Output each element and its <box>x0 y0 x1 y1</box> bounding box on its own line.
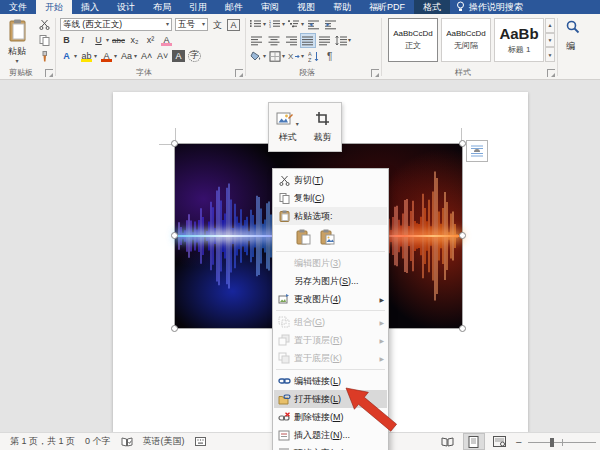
bold-icon[interactable]: B <box>60 34 73 46</box>
zoom-out-button[interactable]: − <box>516 438 522 446</box>
italic-icon[interactable]: I <box>76 34 89 46</box>
resize-handle-bottom-left[interactable] <box>171 325 178 332</box>
subscript-icon[interactable]: x₂ <box>128 34 141 46</box>
layout-options-button[interactable] <box>466 140 488 162</box>
style-card-无间隔[interactable]: AaBbCcDd无间隔 <box>441 18 491 62</box>
font-color-icon[interactable]: A <box>100 50 113 62</box>
highlight-icon[interactable]: ab <box>80 50 93 62</box>
text-effects-icon-caret[interactable]: ▾ <box>74 54 77 59</box>
paste-button[interactable]: 粘贴 ▾ <box>3 17 31 63</box>
proofing-icon[interactable] <box>121 437 133 447</box>
menu-item-copy[interactable]: 复制(C) <box>274 189 387 207</box>
resize-handle-top-left[interactable] <box>171 140 178 147</box>
clear-formatting-icon[interactable]: A <box>160 34 173 46</box>
paste-keep-formatting-button[interactable] <box>294 228 313 247</box>
menu-item-paste-options[interactable]: 粘贴选项: <box>274 207 387 225</box>
format-painter-button[interactable] <box>36 50 52 63</box>
change-case-icon[interactable]: Aa <box>120 50 133 62</box>
find-icon[interactable] <box>566 20 580 36</box>
enclose-char-icon[interactable]: 字 <box>188 50 201 62</box>
menu-item-save-as-picture[interactable]: 另存为图片(S)... <box>274 272 387 290</box>
print-layout-button[interactable] <box>464 434 484 449</box>
change-case-icon-caret[interactable]: ▾ <box>134 54 137 59</box>
tab-file[interactable]: 文件 <box>0 0 36 14</box>
tab-home[interactable]: 开始 <box>36 0 72 14</box>
style-card-正文[interactable]: AaBbCcDd正文 <box>388 18 438 62</box>
distribute-button[interactable] <box>318 34 332 47</box>
resize-handle-top-right[interactable] <box>459 140 466 147</box>
language-indicator[interactable]: 英语(美国) <box>143 435 185 448</box>
zoom-slider[interactable] <box>528 436 596 448</box>
justify-button[interactable] <box>301 34 315 47</box>
mini-toolbar-crop-button[interactable]: 裁剪 <box>307 106 338 148</box>
style-card-标题 1[interactable]: AaBb标题 1 <box>494 18 544 62</box>
align-left-button[interactable] <box>250 34 264 47</box>
zoom-slider-thumb[interactable] <box>550 438 554 447</box>
tell-me-search[interactable]: 操作说明搜索 <box>450 0 529 14</box>
highlight-icon-caret[interactable]: ▾ <box>94 54 97 59</box>
sort-button[interactable]: AZ <box>307 50 321 63</box>
tab-review[interactable]: 审阅 <box>252 0 288 14</box>
multilevel-list-button[interactable]: ▾ <box>288 18 304 31</box>
input-mode-icon[interactable] <box>195 437 206 446</box>
number-list-button[interactable]: 123▾ <box>269 18 285 31</box>
align-right-button[interactable] <box>284 34 298 47</box>
tab-help[interactable]: 帮助 <box>324 0 360 14</box>
font-group-label: 字体 <box>56 67 232 78</box>
menu-item-change-picture[interactable]: 更改图片(4)▶ <box>274 290 387 308</box>
underline-icon[interactable]: U <box>92 34 105 46</box>
mini-toolbar-picture-styles-button[interactable]: ▾样式 <box>272 106 303 148</box>
font-size-value: 五号 <box>178 19 195 31</box>
resize-handle-mid-left[interactable] <box>171 232 178 239</box>
show-marks-button[interactable]: ¶ <box>324 50 338 63</box>
resize-handle-mid-right[interactable] <box>459 232 466 239</box>
page-indicator[interactable]: 第 1 页，共 1 页 <box>10 435 75 448</box>
tab-foxit-pdf[interactable]: 福昕PDF <box>360 0 414 14</box>
paste-dropdown-caret[interactable]: ▾ <box>15 59 18 64</box>
word-count[interactable]: 0 个字 <box>85 435 111 448</box>
borders-button[interactable]: ▾ <box>269 50 285 63</box>
tab-insert[interactable]: 插入 <box>72 0 108 14</box>
increase-indent-button[interactable] <box>324 18 338 31</box>
resize-handle-bottom-right[interactable] <box>459 325 466 332</box>
tab-references[interactable]: 引用 <box>180 0 216 14</box>
menu-item-cut[interactable]: 剪切(T) <box>274 171 387 189</box>
styles-dialog-launcher[interactable] <box>547 69 555 77</box>
asian-layout-button[interactable]: X▾ <box>288 50 304 63</box>
paste-as-picture-button[interactable] <box>318 228 337 247</box>
decrease-indent-button[interactable] <box>307 18 321 31</box>
align-center-button[interactable] <box>267 34 281 47</box>
read-mode-button[interactable] <box>438 434 458 449</box>
styles-gallery-scroll[interactable]: ▲ ▼ ▼ <box>545 18 555 62</box>
shading-button[interactable]: ▾ <box>250 50 266 63</box>
remove-link-icon <box>274 412 294 423</box>
web-layout-button[interactable] <box>490 434 510 449</box>
tab-mailings[interactable]: 邮件 <box>216 0 252 14</box>
strikethrough-icon[interactable]: abc <box>112 34 125 46</box>
styles-gallery-more-icon[interactable]: ▼ <box>545 47 555 62</box>
text-effects-icon[interactable]: A <box>60 50 73 62</box>
tab-format[interactable]: 格式 <box>414 0 450 14</box>
copy-button[interactable] <box>36 34 52 47</box>
bullet-list-button[interactable]: ▾ <box>250 18 266 31</box>
shrink-font-icon[interactable]: A˅ <box>156 50 169 62</box>
styles-scroll-down-icon[interactable]: ▼ <box>545 33 555 48</box>
paragraph-dialog-launcher[interactable] <box>371 69 379 77</box>
superscript-icon[interactable]: x² <box>144 34 157 46</box>
font-dialog-launcher[interactable] <box>235 69 243 77</box>
cut-button[interactable] <box>36 18 52 31</box>
tab-design[interactable]: 设计 <box>108 0 144 14</box>
phonetic-guide-icon[interactable]: 文 <box>211 19 224 31</box>
line-spacing-button[interactable]: ▾ <box>335 34 351 47</box>
char-border-icon[interactable]: A <box>227 19 240 31</box>
tab-layout[interactable]: 布局 <box>144 0 180 14</box>
char-shading-icon[interactable]: A <box>172 50 185 62</box>
clipboard-dialog-launcher[interactable] <box>45 69 53 77</box>
tab-view[interactable]: 视图 <box>288 0 324 14</box>
font-size-combo[interactable]: 五号▾ <box>175 18 208 31</box>
grow-font-icon[interactable]: A˄ <box>140 50 153 62</box>
styles-scroll-up-icon[interactable]: ▲ <box>545 18 555 33</box>
font-color-icon-caret[interactable]: ▾ <box>114 54 117 59</box>
underline-icon-caret[interactable]: ▾ <box>106 38 109 43</box>
font-name-combo[interactable]: 等线 (西文正文)▾ <box>60 18 172 31</box>
